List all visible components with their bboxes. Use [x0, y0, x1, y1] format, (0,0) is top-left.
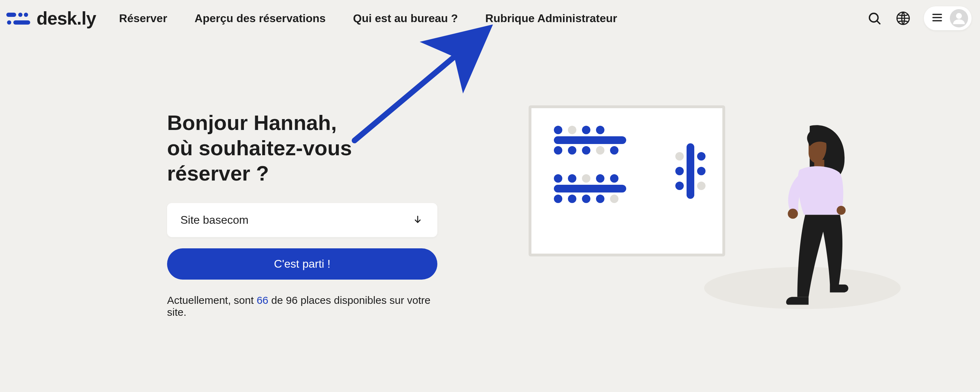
person-illustration-icon	[760, 116, 873, 312]
svg-point-2	[24, 13, 28, 17]
illustration	[528, 105, 880, 323]
hamburger-icon	[931, 11, 943, 25]
svg-line-6	[877, 21, 880, 24]
nav-reservations-overview[interactable]: Aperçu des réservations	[194, 12, 326, 25]
nav-who-is-in-office[interactable]: Qui est au bureau ?	[353, 12, 458, 25]
chevron-down-icon	[413, 215, 423, 226]
globe-icon	[896, 11, 910, 25]
floorplan-card	[528, 105, 725, 257]
avatar	[950, 9, 968, 27]
main-content: Bonjour Hannah, où souhaitez-vous réserv…	[0, 37, 980, 392]
nav-reserve[interactable]: Réserver	[119, 12, 167, 25]
booking-panel: Bonjour Hannah, où souhaitez-vous réserv…	[167, 110, 438, 318]
svg-rect-0	[6, 13, 16, 17]
svg-point-15	[788, 209, 798, 219]
svg-point-3	[7, 21, 11, 25]
search-icon	[867, 11, 882, 25]
site-select-value: Site basecom	[180, 214, 248, 226]
svg-rect-4	[13, 21, 30, 25]
availability-text: Actuellement, sont 66 de 96 places dispo…	[167, 294, 438, 318]
user-menu[interactable]	[924, 6, 972, 30]
logo-text: desk.ly	[37, 8, 96, 29]
svg-point-16	[837, 206, 846, 215]
availability-prefix: Actuellement, sont	[167, 294, 256, 306]
logo-mark-icon	[6, 11, 32, 26]
svg-point-11	[956, 13, 962, 19]
availability-count: 66	[256, 294, 268, 306]
header: desk.ly Réserver Aperçu des réservations…	[0, 0, 980, 37]
svg-point-1	[18, 13, 22, 17]
greeting-heading: Bonjour Hannah, où souhaitez-vous réserv…	[167, 110, 438, 186]
main-nav: Réserver Aperçu des réservations Qui est…	[119, 12, 617, 25]
greeting-line2: où souhaitez-vous réserver ?	[167, 136, 352, 185]
header-right	[866, 6, 972, 30]
person-icon	[952, 11, 966, 25]
logo[interactable]: desk.ly	[6, 8, 96, 29]
language-button[interactable]	[895, 10, 911, 26]
search-button[interactable]	[866, 10, 883, 26]
greeting-line1: Bonjour Hannah,	[167, 111, 337, 134]
go-button[interactable]: C'est parti !	[167, 249, 438, 280]
nav-admin-section[interactable]: Rubrique Administrateur	[485, 12, 617, 25]
site-select[interactable]: Site basecom	[167, 203, 438, 237]
